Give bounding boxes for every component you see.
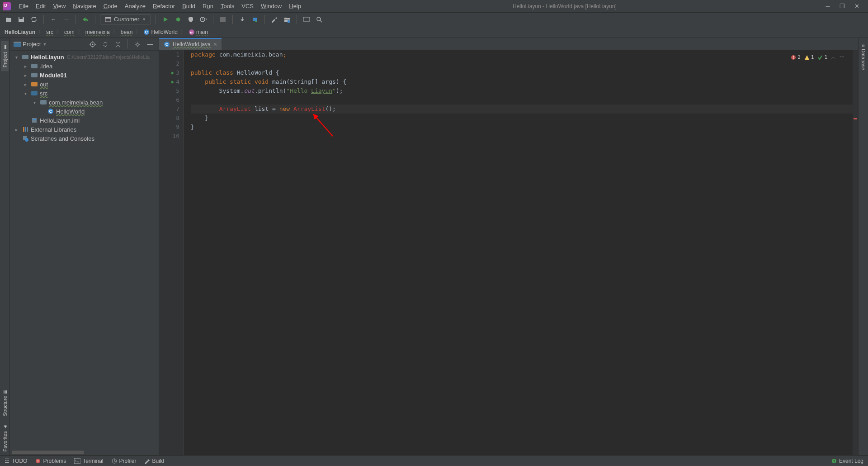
sync-icon[interactable] [29, 14, 39, 24]
bc-src[interactable]: src [46, 29, 53, 35]
svg-point-18 [137, 43, 138, 45]
gutter[interactable]: 1 2 ▶3 ▶4 5 6 7 8 9 10 [159, 50, 184, 455]
menu-build[interactable]: Build [179, 1, 199, 11]
window-title: HelloLiayun - HelloWorld.java [HelloLiay… [305, 3, 825, 10]
svg-text:!: ! [792, 55, 794, 60]
tree-label: Scratches and Consoles [31, 135, 94, 142]
menubar: File Edit View Navigate Code Analyze Ref… [0, 0, 868, 13]
tree-iml[interactable]: HelloLiayun.iml [10, 116, 159, 125]
search-icon[interactable] [314, 14, 324, 24]
collapse-all-icon[interactable] [113, 39, 123, 49]
menu-window[interactable]: Window [257, 1, 285, 11]
project-tool-tab[interactable]: Project▮ [1, 41, 9, 71]
bc-project[interactable]: HelloLiayun [5, 29, 35, 35]
maximize-button[interactable]: ❐ [839, 3, 845, 10]
code-editor[interactable]: 1 2 ▶3 ▶4 5 6 7 8 9 10 package com.meime… [159, 50, 858, 455]
menu-analyze[interactable]: Analyze [121, 1, 149, 11]
bc-method[interactable]: main [196, 29, 208, 35]
menu-run[interactable]: Run [199, 1, 217, 11]
close-tab-icon[interactable]: × [213, 41, 217, 48]
tree-label: out [40, 81, 48, 88]
run-config-selector[interactable]: Customer ▼ [100, 14, 151, 24]
tree-label: com.meimeixia.bean [49, 99, 103, 106]
structure-icon: ≣ [2, 390, 8, 394]
forward-icon[interactable]: → [61, 14, 71, 24]
svg-point-17 [92, 43, 94, 45]
horizontal-scrollbar[interactable] [12, 451, 84, 454]
editor-tab[interactable]: C HelloWorld.java × [159, 38, 222, 50]
tree-module01[interactable]: ▸ Module01 [10, 71, 159, 80]
structure-tool-tab[interactable]: Structure≣ [1, 386, 9, 420]
debug-icon[interactable] [173, 14, 183, 24]
menu-vcs[interactable]: VCS [238, 1, 257, 11]
tree-root-path: C:\Users\32120\IdeaProjects\HelloLia [67, 54, 150, 60]
tree-package[interactable]: ▾ com.meimeixia.bean [10, 98, 159, 107]
event-log-button[interactable]: 1Event Log [831, 458, 863, 464]
favorites-tool-tab[interactable]: Favorites★ [1, 420, 9, 455]
git-update-icon[interactable] [237, 14, 247, 24]
tree-idea[interactable]: ▸ .idea [10, 62, 159, 71]
tree-class-file[interactable]: C HelloWorld [10, 107, 159, 116]
menu-file[interactable]: File [15, 1, 32, 11]
problems-tool-button[interactable]: !Problems [35, 458, 66, 464]
menu-tools[interactable]: Tools [217, 1, 238, 11]
profile-icon[interactable]: ▼ [198, 14, 208, 24]
inspections-widget[interactable]: !2 1 1 ︿ ﹀ [791, 53, 844, 62]
application-icon [105, 16, 111, 23]
open-icon[interactable] [4, 14, 14, 24]
terminal-tool-button[interactable]: Terminal [74, 458, 103, 464]
stop-icon[interactable] [218, 14, 228, 24]
hide-panel-icon[interactable]: — [145, 39, 155, 49]
save-icon[interactable] [16, 14, 26, 24]
gear-icon[interactable] [132, 39, 142, 49]
library-icon [22, 126, 29, 133]
run-icon[interactable] [160, 14, 170, 24]
menu-help[interactable]: Help [285, 1, 305, 11]
project-structure-icon[interactable] [282, 14, 292, 24]
breadcrumb: HelloLiayun 〉 src 〉 com 〉 meimeixia 〉 be… [0, 26, 868, 38]
bc-bean[interactable]: bean [121, 29, 133, 35]
error-mark[interactable] [854, 118, 857, 119]
warning-count: 1 [811, 53, 814, 62]
bc-com[interactable]: com [64, 29, 75, 35]
chevron-down-icon: ▼ [142, 17, 146, 22]
tree-src[interactable]: ▾ src [10, 89, 159, 98]
tree-out[interactable]: ▸ out [10, 80, 159, 89]
prev-highlight-icon[interactable]: ︿ [831, 53, 836, 62]
bc-meimeixia[interactable]: meimeixia [85, 29, 110, 35]
svg-line-30 [316, 117, 333, 136]
project-tree[interactable]: ▾ HelloLiayun C:\Users\32120\IdeaProject… [10, 51, 159, 455]
bc-class[interactable]: HelloWorld [151, 29, 177, 35]
coverage-icon[interactable] [186, 14, 196, 24]
settings-icon[interactable] [269, 14, 279, 24]
menu-view[interactable]: View [49, 1, 69, 11]
tree-root[interactable]: ▾ HelloLiayun C:\Users\32120\IdeaProject… [10, 52, 159, 62]
run-gutter-icon[interactable]: ▶ [171, 68, 174, 77]
menu-refactor[interactable]: Refactor [149, 1, 179, 11]
git-commit-icon[interactable] [250, 14, 260, 24]
tree-label: Module01 [40, 72, 67, 79]
run-gutter-icon[interactable]: ▶ [171, 77, 174, 86]
tree-external-libs[interactable]: ▸ External Libraries [10, 125, 159, 134]
build-tool-button[interactable]: Build [145, 458, 165, 464]
error-stripe[interactable] [853, 50, 858, 455]
menu-edit[interactable]: Edit [32, 1, 49, 11]
back-icon[interactable]: ← [48, 14, 58, 24]
close-window-button[interactable]: ✕ [854, 3, 860, 10]
project-view-selector[interactable]: Project ▼ [14, 41, 85, 48]
tree-scratches[interactable]: Scratches and Consoles [10, 134, 159, 143]
class-icon: C [164, 41, 170, 48]
next-highlight-icon[interactable]: ﹀ [840, 53, 844, 62]
profiler-tool-button[interactable]: Profiler [112, 458, 137, 464]
todo-tool-button[interactable]: ☲TODO [5, 458, 27, 464]
locate-icon[interactable] [88, 39, 98, 49]
avd-icon[interactable] [302, 14, 311, 24]
menu-navigate[interactable]: Navigate [69, 1, 99, 11]
svg-point-2 [176, 18, 180, 21]
undo-back-icon[interactable] [80, 14, 90, 24]
menu-code[interactable]: Code [100, 1, 121, 11]
expand-all-icon[interactable] [100, 39, 110, 49]
svg-text:C: C [165, 42, 169, 47]
database-tool-tab[interactable]: ≡Database [860, 41, 867, 74]
minimize-button[interactable]: ─ [825, 3, 831, 10]
